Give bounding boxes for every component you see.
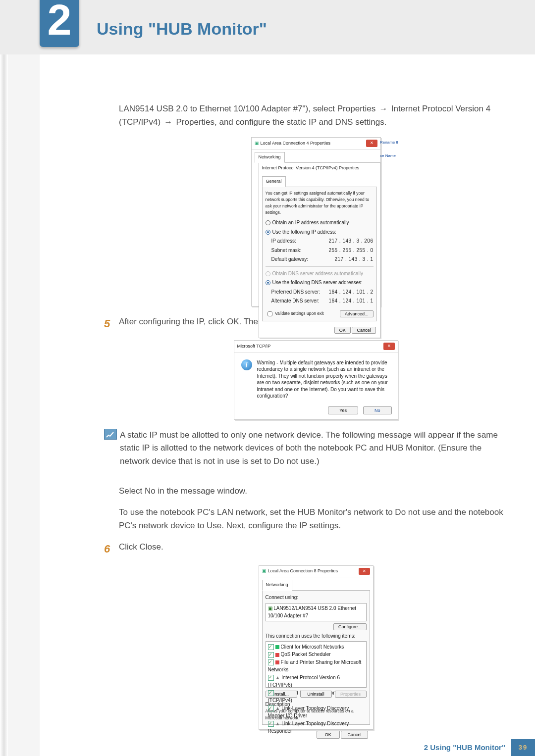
- alternate-dns-value[interactable]: 164 . 124 . 101 . 1: [328, 297, 373, 305]
- note-paragraph-2: Select No in the message window.: [119, 485, 513, 498]
- arrow-right-icon: →: [163, 116, 174, 129]
- radio-obtain-dns-auto[interactable]: Obtain DNS server address automatically: [266, 270, 374, 278]
- window-title-text: Local Area Connection 4 Properties: [261, 140, 331, 147]
- step-6-row: 6 Click Close.: [119, 541, 513, 557]
- screenshot-tcp-ip-warning: Microsoft TCP/IP ✕ i Warning - Multiple …: [234, 340, 398, 419]
- description-text: Allows your computer to access resources…: [266, 708, 367, 721]
- intro-text-4: Properties, and configure the static IP …: [176, 117, 387, 127]
- ok-button[interactable]: OK: [317, 731, 340, 739]
- tab-networking[interactable]: Networking: [255, 152, 285, 163]
- networking-tab-body: Connect using: ▣ LAN9512/LAN9514 USB 2.0…: [262, 590, 370, 724]
- radio-use-following-dns[interactable]: Use the following DNS server addresses:: [266, 279, 374, 287]
- chapter-number-badge: 2: [40, 0, 79, 47]
- ok-button[interactable]: OK: [334, 327, 351, 334]
- properties-button[interactable]: Properties: [335, 691, 367, 698]
- subnet-mask-value[interactable]: 255 . 255 . 255 . 0: [328, 247, 373, 254]
- arrow-right-icon: →: [378, 102, 389, 115]
- window-title-bar: ▣ Local Area Connection 8 Properties ✕: [259, 566, 373, 577]
- radio-obtain-ip-auto[interactable]: Obtain an IP address automatically: [266, 219, 374, 227]
- preferred-dns-value[interactable]: 164 . 124 . 101 . 2: [328, 288, 373, 296]
- list-item[interactable]: Client for Microsoft Networks: [268, 643, 364, 651]
- footer-chapter-title: 2 Using "HUB Monitor": [424, 742, 511, 753]
- step-number-5: 5: [104, 315, 119, 332]
- gateway-value[interactable]: 217 . 143 . 3 . 1: [335, 255, 374, 263]
- screenshot-ipv4-properties: Rename tl ce Name ▣ Local Area Connectio…: [251, 137, 381, 306]
- radio-use-following-ip[interactable]: Use the following IP address:: [266, 228, 374, 236]
- field-preferred-dns: Preferred DNS server:164 . 124 . 101 . 2: [271, 288, 374, 296]
- close-icon[interactable]: ✕: [383, 343, 395, 350]
- side-cename-label: ce Name: [380, 153, 398, 159]
- cancel-button[interactable]: Cancel: [352, 327, 375, 334]
- list-item[interactable]: ▲ Internet Protocol Version 6 (TCP/IPv6): [268, 674, 364, 689]
- connection-items-listbox[interactable]: Client for Microsoft Networks QoS Packet…: [266, 641, 367, 688]
- list-item[interactable]: File and Printer Sharing for Microsoft N…: [268, 658, 364, 674]
- tab-general[interactable]: General: [262, 176, 286, 187]
- window-icon: ▣: [255, 140, 259, 147]
- field-default-gateway: Default gateway:217 . 143 . 3 . 1: [271, 255, 374, 263]
- general-tab-body: You can get IP settings assigned automat…: [262, 187, 377, 321]
- ip-address-value[interactable]: 217 . 143 . 3 . 206: [328, 237, 373, 245]
- connection-items-label: This connection uses the following items…: [266, 632, 367, 640]
- inner-window-title: Internet Protocol Version 4 (TCP/IPv4) P…: [259, 163, 380, 174]
- window-title-bar: Microsoft TCP/IP ✕: [234, 341, 398, 352]
- advanced-button[interactable]: Advanced...: [340, 310, 374, 317]
- list-item[interactable]: QoS Packet Scheduler: [268, 651, 364, 658]
- step-number-6: 6: [104, 541, 119, 557]
- warning-message-text: Warning - Multiple default gateways are …: [257, 359, 391, 400]
- page-footer: 2 Using "HUB Monitor" 39: [424, 739, 535, 756]
- footer-page-number: 39: [511, 739, 535, 756]
- ip-settings-description: You can get IP settings assigned automat…: [266, 190, 374, 216]
- chapter-header: 2 Using "HUB Monitor": [0, 0, 535, 54]
- uninstall-button[interactable]: Uninstall: [300, 691, 332, 698]
- screenshot-lac8-properties: ▣ Local Area Connection 8 Properties ✕ N…: [259, 565, 374, 730]
- field-ip-address: IP address:217 . 143 . 3 . 206: [271, 237, 374, 245]
- field-subnet-mask: Subnet mask:255 . 255 . 255 . 0: [271, 247, 374, 254]
- window-title-bar: ▣ Local Area Connection 4 Properties ✕: [252, 138, 380, 149]
- warning-message-body: i Warning - Multiple default gateways ar…: [234, 353, 398, 403]
- connect-using-label: Connect using:: [266, 594, 367, 602]
- binding-bar: [0, 0, 8, 756]
- cancel-button[interactable]: Cancel: [341, 731, 368, 739]
- window-title-text: Local Area Connection 8 Properties: [268, 568, 338, 575]
- note-icon: [104, 429, 117, 440]
- window-title-text: Microsoft TCP/IP: [237, 343, 271, 350]
- note-block: A static IP must be allotted to only one…: [119, 429, 513, 476]
- note-paragraph-3: To use the notebook PC's LAN network, se…: [119, 506, 513, 532]
- no-button[interactable]: No: [363, 406, 392, 414]
- note-paragraph-1: A static IP must be allotted to only one…: [120, 429, 513, 468]
- adapter-name: LAN9512/LAN9514 USB 2.0 Ethernet 10/100 …: [268, 605, 357, 619]
- page: 2 Using "HUB Monitor" LAN9514 USB 2.0 to…: [40, 0, 535, 756]
- tab-networking[interactable]: Networking: [262, 580, 292, 591]
- info-icon: i: [241, 359, 252, 370]
- close-icon[interactable]: ✕: [366, 140, 377, 147]
- intro-text-1: LAN9514 USB 2.0 to Ethernet 10/100 Adapt…: [119, 104, 375, 113]
- side-rename-label: Rename tl: [380, 140, 398, 146]
- close-icon[interactable]: ✕: [359, 568, 370, 575]
- window-icon: ▣: [262, 568, 267, 575]
- configure-button[interactable]: Configure...: [333, 623, 367, 630]
- field-alternate-dns: Alternate DNS server:164 . 124 . 101 . 1: [271, 297, 374, 305]
- yes-button[interactable]: Yes: [328, 406, 358, 414]
- page-content: LAN9514 USB 2.0 to Ethernet 10/100 Adapt…: [40, 54, 535, 730]
- intro-paragraph: LAN9514 USB 2.0 to Ethernet 10/100 Adapt…: [119, 102, 513, 129]
- chapter-title: Using "HUB Monitor": [97, 16, 267, 42]
- adapter-icon: ▣: [268, 605, 272, 611]
- intro-text-2: Internet Protocol: [391, 104, 453, 113]
- adapter-field: ▣ LAN9512/LAN9514 USB 2.0 Ethernet 10/10…: [266, 603, 367, 621]
- step-6-text: Click Close.: [119, 541, 163, 554]
- checkbox-validate-settings[interactable]: Validate settings upon exit: [266, 310, 324, 318]
